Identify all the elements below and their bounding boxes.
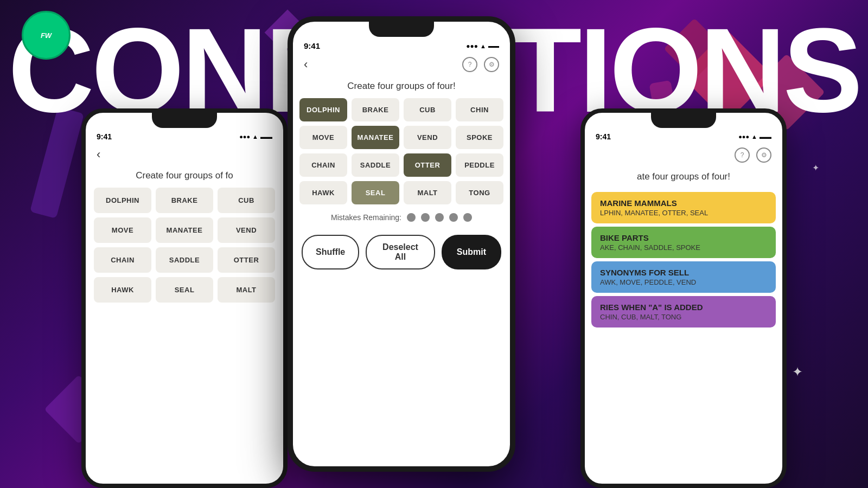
settings-icon[interactable]: ⚙ — [484, 57, 499, 72]
category-words-bike: AKE, CHAIN, SADDLE, SPOKE — [600, 243, 767, 252]
mistakes-label: Mistakes Remaining: — [331, 213, 401, 222]
status-icons-right: ●●● ▲ ▬▬ — [738, 133, 771, 140]
back-arrow-left[interactable]: ‹ — [97, 147, 100, 162]
tile-cub-left[interactable]: CUB — [218, 188, 275, 213]
phone-right: 9:41 ●●● ▲ ▬▬ ? ⚙ ate four groups of fou… — [580, 108, 787, 488]
deselect-button[interactable]: Deselect All — [366, 235, 435, 269]
phone-header-center: ‹ ? ⚙ — [293, 53, 510, 76]
status-time-center: 9:41 — [304, 41, 320, 50]
tile-saddle-left[interactable]: SADDLE — [156, 247, 213, 273]
help-icon-right[interactable]: ? — [735, 147, 750, 163]
header-icons-center: ? ⚙ — [462, 57, 499, 72]
word-grid-center: DOLPHIN BRAKE CUB CHIN MOVE MANATEE VEND… — [293, 98, 510, 204]
tile-vend-center[interactable]: VEND — [404, 126, 451, 149]
tile-vend-left[interactable]: VEND — [218, 217, 275, 243]
tile-malt-center[interactable]: MALT — [404, 181, 451, 204]
status-icons-center: ●●● ▲ ▬▬ — [466, 42, 499, 50]
action-buttons: Shuffle Deselect All Submit — [293, 230, 510, 274]
settings-icon-right[interactable]: ⚙ — [756, 147, 771, 163]
phone-header-right: ? ⚙ — [585, 143, 782, 167]
tile-seal-left[interactable]: SEAL — [156, 277, 213, 303]
phone-notch-center — [369, 22, 434, 37]
tile-malt-left[interactable]: MALT — [218, 277, 275, 303]
tile-chain-left[interactable]: CHAIN — [94, 247, 151, 273]
phone-center: 9:41 ●●● ▲ ▬▬ ‹ ? ⚙ Create four groups o… — [288, 16, 515, 472]
tile-tong-center[interactable]: TONG — [456, 181, 503, 204]
status-time-left: 9:41 — [97, 132, 112, 141]
game-title-center: Create four groups of four! — [293, 76, 510, 98]
game-title-right: ate four groups of four! — [585, 167, 782, 189]
status-bar-right: 9:41 ●●● ▲ ▬▬ — [585, 128, 782, 143]
category-name-bike: BIKE PARTS — [600, 233, 767, 242]
status-icons-left: ●●● ▲ ▬▬ — [239, 133, 272, 140]
tile-spoke-center[interactable]: SPOKE — [456, 126, 503, 149]
status-time-right: 9:41 — [596, 132, 611, 141]
category-name-marine: MARINE MAMMALS — [600, 198, 767, 208]
category-name-added-a: RIES WHEN "A" IS ADDED — [600, 303, 767, 312]
category-words-added-a: CHIN, CUB, MALT, TONG — [600, 313, 767, 321]
tile-hawk-left[interactable]: HAWK — [94, 277, 151, 303]
phone-header-left: ‹ — [86, 143, 283, 166]
result-added-a: RIES WHEN "A" IS ADDED CHIN, CUB, MALT, … — [591, 296, 776, 328]
tile-otter-left[interactable]: OTTER — [218, 247, 275, 273]
phone-left: 9:41 ●●● ▲ ▬▬ ‹ Create four groups of fo… — [81, 108, 288, 488]
tile-dolphin-left[interactable]: DOLPHIN — [94, 188, 151, 213]
help-icon[interactable]: ? — [462, 57, 477, 72]
fw-logo: FW — [22, 11, 71, 60]
back-arrow-center[interactable]: ‹ — [304, 57, 308, 72]
word-grid-left: DOLPHIN BRAKE CUB MOVE MANATEE VEND CHAI… — [86, 188, 283, 303]
status-bar-center: 9:41 ●●● ▲ ▬▬ — [293, 37, 510, 53]
tile-otter-center[interactable]: OTTER — [404, 153, 451, 177]
phone-notch-left — [152, 113, 217, 128]
dot-5 — [463, 213, 472, 222]
category-name-synonyms: SYNONYMS FOR SELL — [600, 268, 767, 277]
tile-move-center[interactable]: MOVE — [299, 126, 347, 149]
tile-saddle-center[interactable]: SADDLE — [352, 153, 399, 177]
result-marine-mammals: MARINE MAMMALS LPHIN, MANATEE, OTTER, SE… — [591, 192, 776, 223]
dot-3 — [435, 213, 444, 222]
tile-brake-left[interactable]: BRAKE — [156, 188, 213, 213]
tile-brake-center[interactable]: BRAKE — [352, 98, 399, 121]
tile-seal-center[interactable]: SEAL — [352, 181, 399, 204]
tile-manatee-center[interactable]: MANATEE — [352, 126, 399, 149]
tile-peddle-center[interactable]: PEDDLE — [456, 153, 503, 177]
header-icons-right: ? ⚙ — [735, 147, 771, 163]
dot-1 — [407, 213, 416, 222]
tile-cub-center[interactable]: CUB — [404, 98, 451, 121]
category-words-marine: LPHIN, MANATEE, OTTER, SEAL — [600, 209, 767, 217]
tile-chin-center[interactable]: CHIN — [456, 98, 503, 121]
mistakes-row: Mistakes Remaining: — [293, 204, 510, 230]
dot-4 — [449, 213, 458, 222]
status-bar-left: 9:41 ●●● ▲ ▬▬ — [86, 128, 283, 143]
result-bike-parts: BIKE PARTS AKE, CHAIN, SADDLE, SPOKE — [591, 227, 776, 258]
shuffle-button[interactable]: Shuffle — [302, 235, 359, 269]
tile-manatee-left[interactable]: MANATEE — [156, 217, 213, 243]
tile-hawk-center[interactable]: HAWK — [299, 181, 347, 204]
tile-move-left[interactable]: MOVE — [94, 217, 151, 243]
submit-button[interactable]: Submit — [442, 235, 501, 269]
tile-dolphin-center[interactable]: DOLPHIN — [299, 98, 347, 121]
dot-2 — [421, 213, 430, 222]
result-synonyms: SYNONYMS FOR SELL AWK, MOVE, PEDDLE, VEN… — [591, 261, 776, 293]
game-title-left: Create four groups of fo — [86, 166, 283, 188]
category-words-synonyms: AWK, MOVE, PEDDLE, VEND — [600, 278, 767, 286]
tile-chain-center[interactable]: CHAIN — [299, 153, 347, 177]
phone-notch-right — [651, 113, 716, 128]
